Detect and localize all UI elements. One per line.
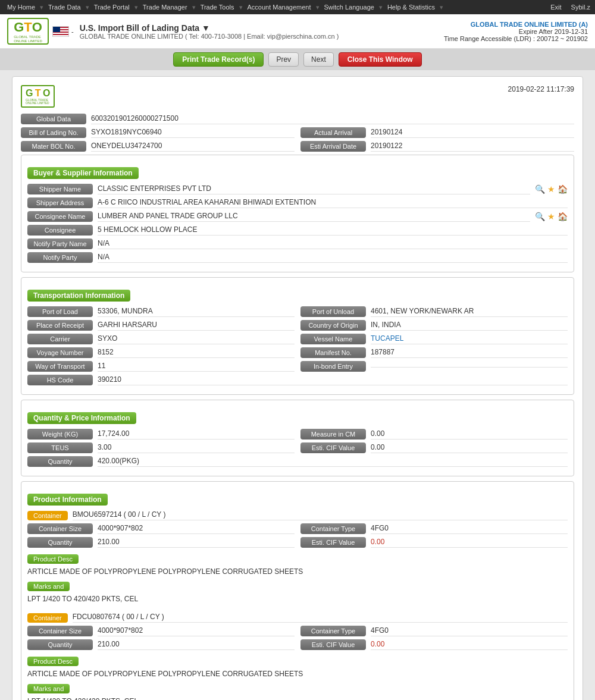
page-title: U.S. Import Bill of Lading Data ▼ bbox=[80, 23, 339, 33]
notify-party-row: Notify Party N/A bbox=[27, 252, 568, 263]
notify-party-value: N/A bbox=[98, 253, 568, 263]
c1-type-label: Container Type bbox=[300, 523, 366, 534]
qty-price-header: Quantity & Price Information bbox=[27, 412, 136, 424]
carrier-vessel-row: Carrier SYXO Vessel Name TUCAPEL bbox=[27, 334, 568, 344]
voyage-label: Voyage Number bbox=[27, 347, 93, 358]
hs-code-value: 390210 bbox=[98, 375, 568, 385]
container2-row: Container FDCU0807674 ( 00 / L / CY ) bbox=[27, 613, 568, 623]
c1-qty-value: 210.00 bbox=[98, 538, 295, 548]
carrier-col: Carrier SYXO bbox=[27, 334, 295, 344]
print-button-top[interactable]: Print Trade Record(s) bbox=[173, 52, 264, 67]
port-load-value: 53306, MUNDRA bbox=[98, 307, 295, 317]
home-icon[interactable]: 🏠 bbox=[558, 184, 568, 194]
inbond-value bbox=[371, 366, 568, 368]
shipper-name-value: CLASSIC ENTERPRISES PVT LTD bbox=[98, 184, 530, 194]
nav-my-home[interactable]: My Home bbox=[5, 2, 37, 12]
vessel-value: TUCAPEL bbox=[371, 334, 568, 344]
c2-type-label: Container Type bbox=[300, 626, 366, 636]
product-desc-block1: Product Desc ARTICLE MADE OF POLYPROPYLE… bbox=[27, 551, 568, 605]
mater-bol-row: Mater BOL No. ONEYDELU34724700 Esti Arri… bbox=[21, 141, 574, 152]
transport-section: Transportation Information Port of Load … bbox=[21, 277, 574, 395]
nav-help-statistics[interactable]: Help & Statistics bbox=[385, 2, 437, 12]
c2-size-value: 4000*907*802 bbox=[98, 626, 295, 636]
prev-button-top[interactable]: Prev bbox=[268, 52, 299, 67]
manifest-col: Manifest No. 187887 bbox=[300, 347, 568, 358]
product-desc-block2: Product Desc ARTICLE MADE OF POLYPROPYLE… bbox=[27, 653, 568, 700]
quantity-row: Quantity 420.00(PKG) bbox=[27, 456, 568, 467]
c2-cif-label: Esti. CIF Value bbox=[300, 639, 366, 650]
consignee-search-icon[interactable]: 🔍 bbox=[535, 212, 545, 221]
country-origin-label: Country of Origin bbox=[300, 320, 366, 331]
container2-size-row: Container Size 4000*907*802 Container Ty… bbox=[27, 626, 568, 636]
esti-cif-col: Esti. CIF Value 0.00 bbox=[300, 442, 568, 453]
notify-party-name-row: Notify Party Name N/A bbox=[27, 238, 568, 249]
nav-exit[interactable]: Exit bbox=[548, 2, 563, 12]
product-desc-label2: Product Desc bbox=[27, 657, 79, 666]
port-unload-label: Port of Unload bbox=[300, 306, 366, 317]
c2-cif-col: Esti. CIF Value 0.00 bbox=[300, 639, 568, 650]
consignee-home-icon[interactable]: 🏠 bbox=[558, 212, 568, 221]
consignee-row: Consignee 5 HEMLOCK HOLLOW PLACE bbox=[27, 225, 568, 236]
nav-account-management[interactable]: Account Management bbox=[245, 2, 314, 12]
record-logo-sub: GLOBAL TRADEONLINE LIMITED bbox=[26, 99, 50, 105]
port-load-label: Port of Load bbox=[27, 306, 93, 317]
nav-trade-tools[interactable]: Trade Tools bbox=[198, 2, 237, 12]
c2-desc-value: ARTICLE MADE OF POLYPROPYLENE POLYPROPYL… bbox=[27, 668, 568, 680]
esti-arrival-label: Esti Arrival Date bbox=[300, 141, 366, 152]
measure-col: Measure in CM 0.00 bbox=[300, 429, 568, 440]
c2-size-label: Container Size bbox=[27, 626, 93, 636]
nav-trade-manager[interactable]: Trade Manager bbox=[140, 2, 190, 12]
product-desc-label1: Product Desc bbox=[27, 554, 79, 564]
global-data-label: Global Data bbox=[21, 114, 86, 124]
record-logo: G T O GLOBAL TRADEONLINE LIMITED bbox=[21, 85, 55, 108]
next-button-top[interactable]: Next bbox=[303, 52, 334, 67]
nav-switch-language[interactable]: Switch Language bbox=[322, 2, 377, 12]
logo-subtitle: GLOBAL TRADEONLINE LIMITED bbox=[14, 35, 42, 43]
buyer-supplier-section: Buyer & Supplier Information Shipper Nam… bbox=[21, 155, 574, 272]
voyage-manifest-row: Voyage Number 8152 Manifest No. 187887 bbox=[27, 347, 568, 358]
measure-value: 0.00 bbox=[371, 429, 568, 440]
shipper-address-value: A-6 C RIICO INDUSTRIAL AREA KAHARANI BHI… bbox=[98, 198, 568, 208]
consignee-icons: 🔍 ★ 🏠 bbox=[535, 212, 568, 221]
carrier-value: SYXO bbox=[98, 334, 295, 344]
consignee-label: Consignee bbox=[27, 225, 93, 236]
consignee-value: 5 HEMLOCK HOLLOW PLACE bbox=[98, 225, 568, 236]
c1-qty-label: Quantity bbox=[27, 537, 93, 548]
manifest-label: Manifest No. bbox=[300, 347, 366, 358]
star-icon[interactable]: ★ bbox=[547, 184, 555, 194]
bol-row: Bill of Lading No. SYXO1819NYC06940 Actu… bbox=[21, 127, 574, 138]
consignee-star-icon[interactable]: ★ bbox=[547, 212, 555, 221]
user-display: Sybil.z bbox=[571, 4, 590, 11]
c1-size-col: Container Size 4000*907*802 bbox=[27, 523, 295, 534]
product-header: Product Information bbox=[27, 494, 108, 506]
logo-g: G bbox=[14, 20, 24, 35]
qty-price-section: Quantity & Price Information Weight (KG)… bbox=[21, 400, 574, 476]
c1-cif-col: Esti. CIF Value 0.00 bbox=[300, 537, 568, 548]
manifest-value: 187887 bbox=[371, 348, 568, 358]
container2-section: Container FDCU0807674 ( 00 / L / CY ) Co… bbox=[27, 613, 568, 700]
esti-arrival-value: 20190122 bbox=[371, 142, 574, 152]
header-title: U.S. Import Bill of Lading Data ▼ GLOBAL… bbox=[80, 23, 339, 40]
mater-bol-value: ONEYDELU34724700 bbox=[91, 142, 295, 152]
nav-trade-portal[interactable]: Trade Portal bbox=[92, 2, 132, 12]
container1-label: Container bbox=[27, 511, 68, 520]
place-receipt-col: Place of Receipt GARHI HARSARU bbox=[27, 320, 295, 331]
shipper-name-label: Shipper Name bbox=[27, 184, 93, 194]
container1-row: Container BMOU6597214 ( 00 / L / CY ) bbox=[27, 510, 568, 520]
port-load-col: Port of Load 53306, MUNDRA bbox=[27, 306, 295, 317]
teus-value: 3.00 bbox=[98, 443, 295, 453]
nav-trade-data[interactable]: Trade Data bbox=[46, 2, 83, 12]
shipper-address-label: Shipper Address bbox=[27, 197, 93, 208]
bol-value: SYXO1819NYC06940 bbox=[91, 128, 295, 138]
port-unload-col: Port of Unload 4601, NEW YORK/NEWARK AR bbox=[300, 306, 568, 317]
us-flag bbox=[52, 26, 69, 37]
voyage-col: Voyage Number 8152 bbox=[27, 347, 295, 358]
c2-cif-value: 0.00 bbox=[371, 640, 568, 650]
close-button-top[interactable]: Close This Window bbox=[339, 52, 422, 67]
c1-cif-value: 0.00 bbox=[371, 538, 568, 548]
search-icon[interactable]: 🔍 bbox=[535, 184, 545, 194]
vessel-col: Vessel Name TUCAPEL bbox=[300, 334, 568, 344]
container2-value: FDCU0807674 ( 00 / L / CY ) bbox=[73, 613, 568, 623]
record-logo-t: T bbox=[35, 88, 41, 98]
vessel-label: Vessel Name bbox=[300, 334, 366, 344]
